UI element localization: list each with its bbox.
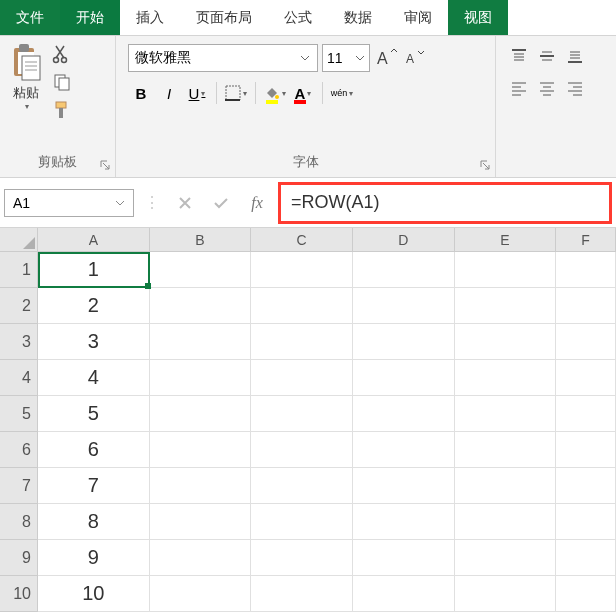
- cell[interactable]: [251, 396, 353, 432]
- cell[interactable]: [150, 468, 252, 504]
- cell[interactable]: [556, 396, 616, 432]
- cell[interactable]: [353, 360, 455, 396]
- cell[interactable]: 10: [38, 576, 150, 612]
- column-header[interactable]: F: [556, 228, 616, 252]
- cell[interactable]: [251, 468, 353, 504]
- copy-icon[interactable]: [52, 72, 72, 92]
- cell[interactable]: [455, 540, 557, 576]
- name-box[interactable]: A1: [4, 189, 134, 217]
- cell[interactable]: [251, 324, 353, 360]
- cell[interactable]: 6: [38, 432, 150, 468]
- select-all-corner[interactable]: [0, 228, 38, 252]
- cell[interactable]: [353, 468, 455, 504]
- row-header[interactable]: 2: [0, 288, 38, 324]
- column-header[interactable]: A: [38, 228, 150, 252]
- cell[interactable]: [455, 288, 557, 324]
- font-size-select[interactable]: 11: [322, 44, 370, 72]
- cell[interactable]: 7: [38, 468, 150, 504]
- cell[interactable]: [353, 576, 455, 612]
- cell[interactable]: 3: [38, 324, 150, 360]
- increase-font-button[interactable]: A: [374, 44, 398, 72]
- bold-button[interactable]: B: [128, 80, 154, 106]
- cell[interactable]: [455, 360, 557, 396]
- cell[interactable]: [150, 396, 252, 432]
- cancel-formula-button[interactable]: [170, 189, 200, 217]
- cell[interactable]: [251, 540, 353, 576]
- cell[interactable]: [556, 576, 616, 612]
- cell[interactable]: [556, 324, 616, 360]
- align-right-button[interactable]: [562, 76, 588, 100]
- font-name-select[interactable]: 微软雅黑: [128, 44, 318, 72]
- menu-review[interactable]: 审阅: [388, 0, 448, 35]
- cell[interactable]: 1: [38, 252, 150, 288]
- dialog-launcher-icon[interactable]: [479, 159, 491, 171]
- cell[interactable]: [455, 396, 557, 432]
- cell[interactable]: [150, 576, 252, 612]
- insert-function-button[interactable]: fx: [242, 189, 272, 217]
- italic-button[interactable]: I: [156, 80, 182, 106]
- cell[interactable]: [455, 576, 557, 612]
- enter-formula-button[interactable]: [206, 189, 236, 217]
- align-top-button[interactable]: [506, 44, 532, 68]
- cell[interactable]: 4: [38, 360, 150, 396]
- cell[interactable]: [150, 288, 252, 324]
- cell[interactable]: [251, 576, 353, 612]
- cell[interactable]: [353, 504, 455, 540]
- menu-formulas[interactable]: 公式: [268, 0, 328, 35]
- row-header[interactable]: 1: [0, 252, 38, 288]
- cell[interactable]: [150, 432, 252, 468]
- cell[interactable]: [251, 504, 353, 540]
- cell[interactable]: [556, 504, 616, 540]
- cut-icon[interactable]: [52, 44, 72, 64]
- cell[interactable]: [556, 288, 616, 324]
- row-header[interactable]: 8: [0, 504, 38, 540]
- cell[interactable]: 9: [38, 540, 150, 576]
- paste-button[interactable]: 粘贴 ▾: [4, 40, 48, 113]
- cell[interactable]: [353, 396, 455, 432]
- cell[interactable]: [150, 360, 252, 396]
- cell[interactable]: [556, 432, 616, 468]
- cell[interactable]: [251, 288, 353, 324]
- row-header[interactable]: 9: [0, 540, 38, 576]
- row-header[interactable]: 7: [0, 468, 38, 504]
- menu-view[interactable]: 视图: [448, 0, 508, 35]
- cell[interactable]: [150, 252, 252, 288]
- cell[interactable]: [251, 252, 353, 288]
- menu-home[interactable]: 开始: [60, 0, 120, 35]
- cell[interactable]: [150, 540, 252, 576]
- cell[interactable]: [353, 432, 455, 468]
- cell[interactable]: [251, 432, 353, 468]
- column-header[interactable]: B: [150, 228, 252, 252]
- cell[interactable]: [150, 324, 252, 360]
- cell[interactable]: 5: [38, 396, 150, 432]
- cell[interactable]: [455, 324, 557, 360]
- cell[interactable]: [455, 468, 557, 504]
- column-header[interactable]: C: [251, 228, 353, 252]
- decrease-font-button[interactable]: A: [402, 44, 426, 72]
- cell[interactable]: 2: [38, 288, 150, 324]
- font-color-button[interactable]: A ▾: [290, 80, 316, 106]
- phonetic-button[interactable]: wén ▾: [329, 80, 355, 106]
- format-painter-icon[interactable]: [52, 100, 72, 120]
- cell[interactable]: [556, 252, 616, 288]
- cell[interactable]: [556, 360, 616, 396]
- cell[interactable]: [455, 252, 557, 288]
- column-header[interactable]: E: [455, 228, 557, 252]
- cell[interactable]: [353, 324, 455, 360]
- menu-page-layout[interactable]: 页面布局: [180, 0, 268, 35]
- align-bottom-button[interactable]: [562, 44, 588, 68]
- row-header[interactable]: 6: [0, 432, 38, 468]
- row-header[interactable]: 5: [0, 396, 38, 432]
- menu-insert[interactable]: 插入: [120, 0, 180, 35]
- row-header[interactable]: 3: [0, 324, 38, 360]
- align-left-button[interactable]: [506, 76, 532, 100]
- row-header[interactable]: 4: [0, 360, 38, 396]
- underline-button[interactable]: U▾: [184, 80, 210, 106]
- cell[interactable]: 8: [38, 504, 150, 540]
- menu-file[interactable]: 文件: [0, 0, 60, 35]
- cell[interactable]: [251, 360, 353, 396]
- cell[interactable]: [150, 504, 252, 540]
- cell[interactable]: [556, 468, 616, 504]
- row-header[interactable]: 10: [0, 576, 38, 612]
- formula-input[interactable]: =ROW(A1): [278, 182, 612, 224]
